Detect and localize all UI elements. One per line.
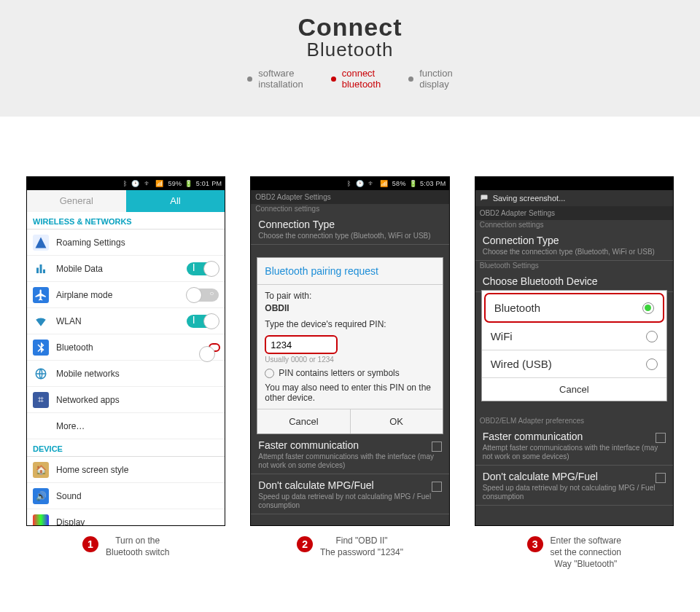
status-bar [475,177,673,190]
row-mpg[interactable]: Don't calculate MPG/FuelSpeed up data re… [251,474,448,514]
radio-icon [265,369,274,378]
pin-hint: Usually 0000 or 1234 [265,356,435,364]
tab-function-display[interactable]: functiondisplay [408,68,453,90]
step-number-icon: 3 [527,536,543,552]
row-mobile-data[interactable]: Mobile Data [27,256,225,282]
hero: Connect Bluetooth softwareinstallation c… [0,0,700,117]
caption-3: 3Enter the softwareset the connectionWay… [475,535,674,570]
radio-icon [642,302,654,314]
steps-tabs: softwareinstallation connectbluetooth fu… [0,68,700,90]
radio-icon [646,358,658,370]
highlight-circle [209,343,220,352]
checkbox-icon[interactable] [656,473,666,483]
checkbox-icon[interactable] [656,433,666,443]
row-bluetooth[interactable]: Bluetooth [27,334,225,361]
option-wired-usb[interactable]: Wired (USB) [482,350,666,378]
tab-connect-bluetooth[interactable]: connectbluetooth [331,68,381,90]
section-wireless: WIRELESS & NETWORKS [27,212,225,230]
phone-1-settings: ᛒ 🕑 ᯤ 📶 59% 🔋 5:01 PM General All WIRELE… [26,176,225,526]
toggle-airplane[interactable] [187,289,219,302]
checkbox-icon[interactable] [432,482,442,492]
tab-all[interactable]: All [126,190,225,212]
settings-tabbar: General All [27,190,225,212]
pin-prompt: Type the device's required PIN: [265,319,435,329]
caption-2: 2Find "OBD II"The password "1234" [250,535,449,570]
step-number-icon: 2 [297,536,313,552]
option-bluetooth[interactable]: Bluetooth [484,293,664,323]
dialog-title: Bluetooth pairing request [257,258,442,285]
row-sound[interactable]: 🔊Sound [27,483,225,509]
row-more[interactable]: More… [27,413,225,439]
battery-pct: 59% [168,180,182,187]
saving-screenshot-toast: Saving screenshot... [475,190,673,206]
row-display[interactable]: Display [27,509,225,526]
dot-icon [247,76,252,82]
radio-icon [646,331,658,342]
row-faster[interactable]: Faster communicationAttempt faster commu… [475,425,673,466]
option-wifi[interactable]: WiFi [482,323,666,350]
dot-icon [331,76,336,82]
checkbox-icon[interactable] [432,442,442,452]
pin-letters-checkbox[interactable]: PIN contains letters or symbols [265,368,435,378]
ok-button[interactable]: OK [351,409,443,434]
row-choose-bt[interactable]: Choose Bluetooth Device [475,270,673,292]
pin-input[interactable] [265,335,338,354]
toggle-wlan[interactable] [187,315,219,328]
phone-2-pairing: ᛒ 🕑 ᯤ 📶 58%🔋 5:03 PM OBD2 Adapter Settin… [250,176,449,526]
row-roaming[interactable]: Roaming Settings [27,230,225,256]
tab-general[interactable]: General [27,190,126,212]
caption-1: 1Turn on theBluetooth switch [26,535,225,570]
tab-software-installation[interactable]: softwareinstallation [247,68,303,90]
row-mobile-networks[interactable]: Mobile networks [27,361,225,387]
cancel-button[interactable]: Cancel [257,409,350,434]
status-bar: ᛒ 🕑 ᯤ 📶 58%🔋 5:03 PM [251,177,448,190]
phone-3-connection-type: Saving screenshot... OBD2 Adapter Settin… [475,176,674,526]
hero-title: Connect [0,0,700,42]
hero-subtitle: Bluetooth [0,39,700,61]
row-connection-type[interactable]: Connection TypeChoose the connection typ… [251,213,448,245]
row-wlan[interactable]: WLAN [27,308,225,334]
toggle-mobile-data[interactable] [187,262,219,275]
row-networked-apps[interactable]: ⌗Networked apps [27,387,225,413]
step-number-icon: 1 [82,536,98,552]
obd-header: OBD2 Adapter Settings [251,190,448,204]
row-airplane[interactable]: Airplane mode [27,282,225,308]
row-faster[interactable]: Faster communicationAttempt faster commu… [251,434,448,474]
pair-with: To pair with:OBDII [265,291,435,313]
cancel-button[interactable]: Cancel [482,378,666,401]
bluetooth-pairing-dialog: Bluetooth pairing request To pair with:O… [257,257,443,434]
row-mpg[interactable]: Don't calculate MPG/FuelSpeed up data re… [475,466,673,506]
also-enter-note: You may also need to enter this PIN on t… [265,382,435,403]
status-bar: ᛒ 🕑 ᯤ 📶 59% 🔋 5:01 PM [27,177,225,190]
dot-icon [408,76,413,82]
status-time: 5:01 PM [196,180,222,187]
section-device: DEVICE [27,439,225,457]
row-home-style[interactable]: 🏠Home screen style [27,457,225,483]
status-icons: ᛒ 🕑 ᯤ 📶 [123,180,166,187]
row-connection-type[interactable]: Connection TypeChoose the connection typ… [475,230,673,261]
connection-type-dialog: Bluetooth WiFi Wired (USB) Cancel [481,290,667,401]
